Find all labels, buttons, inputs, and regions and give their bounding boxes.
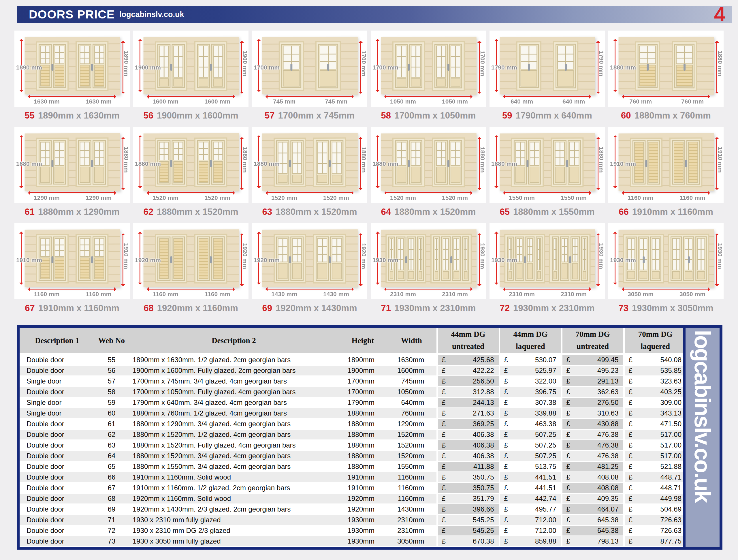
currency-symbol: £ [442, 495, 446, 503]
window-bar-vertical-icon [99, 143, 100, 165]
cell-description2: 1920mm x 1160mm. Solid wood [128, 493, 339, 504]
door-unit [430, 234, 472, 283]
width-dimension-label: 3050 mm [680, 291, 705, 298]
width-dimension-label: 1290 mm [34, 194, 60, 201]
door-unit [315, 41, 341, 91]
cell-price: £499.45 [562, 354, 624, 365]
door-lower-panel [583, 271, 587, 279]
cell-width: 1160mm [387, 483, 437, 493]
price-value: 406.38 [473, 452, 494, 460]
currency-symbol: £ [629, 398, 633, 406]
door-leaf [449, 44, 462, 88]
cell-price: £403.25 [624, 387, 683, 397]
currency-symbol: £ [567, 495, 570, 503]
window-bar-horizontal-icon [435, 259, 438, 260]
window-bar-horizontal-icon [556, 150, 564, 151]
window-bar-vertical-icon [391, 239, 392, 270]
column-header: Width [387, 328, 437, 354]
door-number: 72 [499, 303, 509, 313]
price-value: 323.63 [661, 377, 682, 385]
column-header-line2: laquered [500, 340, 561, 353]
cell-web-no: 68 [94, 493, 128, 504]
height-dimension-label: 1880 mm [16, 160, 42, 167]
window-bar-horizontal-icon [318, 246, 327, 247]
column-header: Web No [94, 328, 128, 354]
door-lower-panel [648, 142, 658, 183]
currency-symbol: £ [504, 473, 508, 481]
window-bar-horizontal-icon [516, 150, 525, 151]
door-lower-panel [688, 142, 698, 183]
price-pair: £406.38 [438, 441, 499, 449]
width-dimension-label: 1520 mm [390, 194, 416, 201]
door-lower-panel [390, 271, 393, 279]
window-bar-vertical-icon [297, 143, 298, 173]
currency-symbol: £ [567, 516, 570, 524]
door-handle-icon [51, 64, 53, 71]
door-image: 1920 mm1920 mm1430 mm1430 mm [252, 223, 367, 299]
door-window [676, 46, 693, 64]
width-dimension-arrow-icon [148, 289, 234, 290]
cell-description1: Single door [20, 397, 94, 408]
door-grid: 1890 mm1890 mm1630 mm1630 mm551890mm x 1… [14, 31, 724, 319]
door-handle-icon [569, 256, 571, 263]
cell-description2: 1900mm x 1600mm. Fully glazed. 2cm georg… [128, 365, 339, 376]
door-leaf [290, 237, 304, 281]
price-pair: £645.38 [563, 527, 623, 535]
door-window [159, 46, 169, 77]
door-units [155, 137, 227, 188]
cell-price: £425.68 [437, 354, 499, 365]
cell-web-no: 62 [94, 430, 128, 440]
height-dimension-label: 1900 mm [242, 50, 249, 76]
window-bar-horizontal-icon [398, 259, 403, 260]
cell-description1: Double door [20, 354, 94, 365]
cell-price: £448.71 [624, 472, 683, 483]
width-dimension-label: 1520 mm [271, 194, 297, 201]
door-number: 61 [24, 207, 34, 217]
price-pair: £476.38 [563, 452, 623, 460]
door-window [639, 46, 656, 64]
currency-symbol: £ [442, 484, 446, 492]
window-bar-horizontal-icon [509, 249, 511, 250]
window-bar-horizontal-icon [160, 56, 168, 57]
price-value: 495.23 [597, 366, 618, 374]
cell-description2: 1700mm x 745mm. 3/4 glazed. 4cm georgian… [128, 376, 339, 387]
door-window [672, 238, 680, 270]
window-bar-horizontal-icon [573, 246, 578, 247]
cell-width: 1160mm [387, 472, 437, 483]
door-lower-panel [94, 167, 104, 183]
window-bar-horizontal-icon [318, 163, 327, 164]
door-lower-panel [672, 271, 680, 279]
door-lower-panel [94, 65, 104, 86]
cell-web-no: 73 [94, 536, 128, 546]
cell-description1: Double door [20, 461, 94, 472]
price-value: 409.35 [597, 495, 618, 503]
door-lower-panel [173, 78, 183, 86]
price-pair: £471.50 [625, 420, 684, 428]
cell-height: 1880mm [339, 440, 387, 451]
window-bar-horizontal-icon [698, 259, 704, 260]
price-pair: £726.63 [625, 527, 684, 535]
width-dimension-arrow-icon [623, 289, 709, 290]
cell-description2: 1930 x 2310 mm fully glazed [128, 515, 339, 525]
price-pair: £448.71 [625, 473, 684, 481]
price-value: 525.97 [535, 366, 556, 374]
currency-symbol: £ [567, 505, 570, 513]
height-dimension-label: 1920 mm [135, 257, 161, 264]
height-dimension-label: 1880 mm [479, 147, 486, 173]
cell-price: £517.00 [624, 430, 683, 440]
window-bar-vertical-icon [555, 239, 556, 270]
cell-description2: 1880mm x 1520mm. 3/4 glazed. 4cm georgia… [128, 451, 339, 461]
price-value: 408.08 [597, 484, 618, 492]
window-bar-horizontal-icon [451, 56, 460, 57]
door-cell: 1880 mm1880 mm1520 mm1520 mm641880mm x 1… [371, 127, 486, 221]
window-bar-horizontal-icon [199, 148, 208, 149]
table-row: Double door551890mm x 1630mm. 1/2 glazed… [20, 354, 683, 365]
door-window [317, 238, 327, 262]
table-row: Double door651880mm x 1550mm. 3/4 glazed… [20, 461, 683, 472]
price-pair: £441.51 [500, 473, 561, 481]
door-card: 1880 mm1880 mm1520 mm1520 mm [371, 127, 486, 203]
door-lower-panel [292, 175, 302, 183]
window-bar-horizontal-icon [558, 61, 574, 62]
price-value: 476.38 [597, 452, 618, 460]
width-dimension-label: 1520 mm [323, 194, 349, 201]
